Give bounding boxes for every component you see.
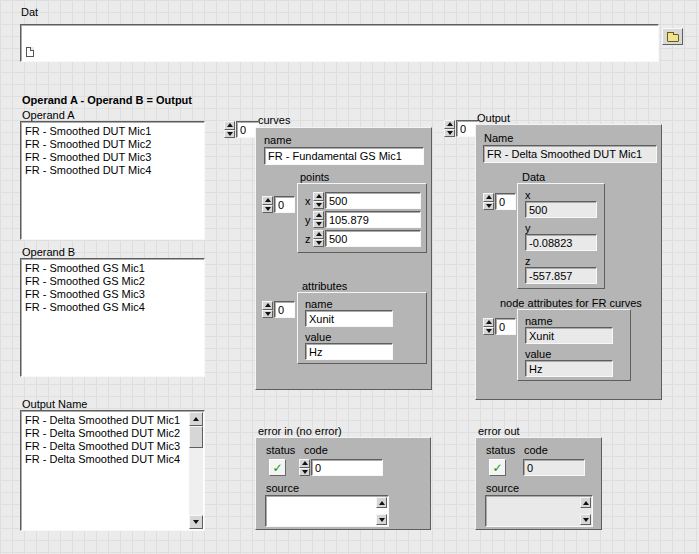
node-attributes-cluster: name Xunit value Hz: [517, 309, 631, 381]
node-attr-value-field: Hz: [525, 360, 613, 377]
decrement-button[interactable]: [313, 239, 324, 248]
attributes-index-field[interactable]: 0: [274, 301, 295, 318]
error-out-status-led: ✓: [489, 459, 506, 476]
scroll-up-button[interactable]: [189, 412, 203, 426]
increment-button[interactable]: [313, 192, 324, 201]
points-index-spinner[interactable]: [262, 196, 273, 213]
scroll-up-button[interactable]: [376, 497, 387, 508]
up-arrow-icon: [265, 303, 271, 307]
list-item[interactable]: FR - Smoothed GS Mic1: [25, 262, 202, 275]
error-out-label: error out: [478, 425, 520, 437]
data-label: Data: [522, 171, 545, 183]
points-cluster: x 500 y 105.879 z 500: [297, 183, 427, 253]
data-y-label: y: [525, 222, 531, 234]
points-y-field[interactable]: 105.879: [325, 211, 421, 228]
curves-index-spinner[interactable]: [224, 121, 235, 138]
points-z-field[interactable]: 500: [325, 230, 421, 247]
decrement-button[interactable]: [313, 220, 324, 229]
error-out-code-field: 0: [523, 459, 585, 476]
error-in-label: error in (no error): [258, 425, 342, 437]
decrement-button[interactable]: [262, 205, 273, 214]
browse-button[interactable]: [662, 28, 683, 45]
points-x-spinner[interactable]: [313, 192, 324, 209]
down-arrow-icon: [316, 203, 322, 207]
list-item[interactable]: FR - Smoothed DUT Mic2: [25, 138, 202, 151]
list-item[interactable]: FR - Delta Smoothed DUT Mic2: [25, 427, 202, 440]
path-input[interactable]: [20, 24, 659, 62]
increment-button[interactable]: [299, 459, 310, 468]
down-arrow-icon: [265, 207, 271, 211]
error-in-code-field[interactable]: 0: [311, 459, 383, 476]
increment-button[interactable]: [313, 230, 324, 239]
list-item[interactable]: FR - Delta Smoothed DUT Mic1: [25, 414, 202, 427]
attributes-index-spinner[interactable]: [262, 301, 273, 318]
labview-front-panel: Dat Operand A - Operand B = Output Opera…: [0, 0, 699, 554]
error-out-source-label: source: [486, 482, 519, 494]
list-item[interactable]: FR - Delta Smoothed DUT Mic3: [25, 440, 202, 453]
node-attr-name-field: Xunit: [525, 327, 613, 344]
output-name-listbox[interactable]: FR - Delta Smoothed DUT Mic1 FR - Delta …: [20, 410, 205, 531]
increment-button[interactable]: [313, 211, 324, 220]
decrement-button[interactable]: [444, 129, 455, 138]
points-x-field[interactable]: 500: [325, 192, 421, 209]
node-attr-value-label: value: [525, 348, 551, 360]
list-item[interactable]: FR - Smoothed GS Mic4: [25, 301, 202, 314]
increment-button[interactable]: [262, 301, 273, 310]
scroll-down-button[interactable]: [189, 515, 203, 529]
list-item[interactable]: FR - Smoothed GS Mic2: [25, 275, 202, 288]
decrement-button[interactable]: [483, 202, 494, 211]
down-arrow-icon: [227, 132, 233, 136]
operand-a-listbox[interactable]: FR - Smoothed DUT Mic1 FR - Smoothed DUT…: [20, 121, 205, 240]
list-item[interactable]: FR - Smoothed DUT Mic1: [25, 125, 202, 138]
points-y-spinner[interactable]: [313, 211, 324, 228]
scrollbar-thumb[interactable]: [189, 426, 203, 448]
output-cluster: Name FR - Delta Smoothed DUT Mic1 Data x…: [475, 124, 662, 400]
decrement-button[interactable]: [313, 201, 324, 210]
scroll-up-button[interactable]: [580, 497, 591, 508]
points-label: points: [300, 171, 329, 183]
node-attributes-index-field[interactable]: 0: [495, 318, 516, 335]
output-name-field: FR - Delta Smoothed DUT Mic1: [483, 145, 657, 163]
curve-name-field[interactable]: FR - Fundamental GS Mic1: [264, 147, 424, 165]
list-item[interactable]: FR - Smoothed GS Mic3: [25, 288, 202, 301]
points-index-field[interactable]: 0: [274, 196, 295, 213]
output-index-spinner[interactable]: [444, 120, 455, 137]
increment-button[interactable]: [483, 318, 494, 327]
error-in-code-spinner[interactable]: [299, 459, 310, 476]
down-arrow-icon: [302, 470, 308, 474]
attribute-value-field[interactable]: Hz: [305, 343, 393, 360]
decrement-button[interactable]: [224, 130, 235, 139]
list-item[interactable]: FR - Smoothed DUT Mic3: [25, 151, 202, 164]
error-in-source-field[interactable]: [265, 495, 389, 527]
scroll-down-button[interactable]: [580, 514, 591, 525]
increment-button[interactable]: [483, 193, 494, 202]
operand-b-listbox[interactable]: FR - Smoothed GS Mic1 FR - Smoothed GS M…: [20, 258, 205, 377]
data-index-field[interactable]: 0: [495, 193, 516, 210]
data-index-spinner[interactable]: [483, 193, 494, 210]
error-in-status-led[interactable]: ✓: [269, 459, 286, 476]
output-label: Output: [477, 112, 510, 124]
decrement-button[interactable]: [483, 327, 494, 336]
up-arrow-icon: [486, 320, 492, 324]
output-name-field-label: Name: [484, 132, 513, 144]
node-attr-name-label: name: [525, 315, 553, 327]
increment-button[interactable]: [262, 196, 273, 205]
node-attributes-index-spinner[interactable]: [483, 318, 494, 335]
increment-button[interactable]: [444, 120, 455, 129]
list-item[interactable]: FR - Delta Smoothed DUT Mic4: [25, 453, 202, 466]
attribute-name-field[interactable]: Xunit: [305, 310, 393, 327]
points-z-spinner[interactable]: [313, 230, 324, 247]
operand-b-label: Operand B: [22, 246, 75, 258]
list-item[interactable]: FR - Smoothed DUT Mic4: [25, 164, 202, 177]
up-arrow-icon: [583, 501, 589, 505]
error-in-cluster: status ✓ code 0 source: [255, 437, 431, 530]
up-arrow-icon: [379, 501, 385, 505]
data-y-field: -0.08823: [525, 234, 597, 251]
decrement-button[interactable]: [299, 468, 310, 477]
decrement-button[interactable]: [262, 310, 273, 319]
increment-button[interactable]: [224, 121, 235, 130]
vertical-scrollbar[interactable]: [189, 412, 203, 529]
down-arrow-icon: [316, 241, 322, 245]
curves-label: curves: [258, 114, 290, 126]
scroll-down-button[interactable]: [376, 514, 387, 525]
